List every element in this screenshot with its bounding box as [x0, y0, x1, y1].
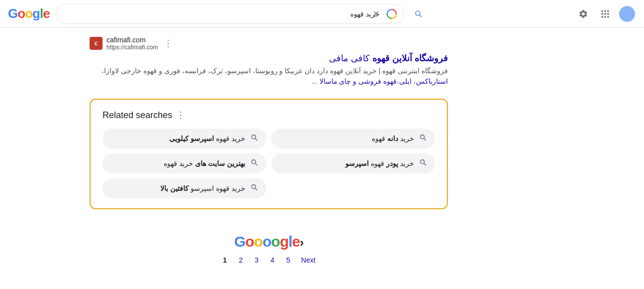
account-button[interactable]: [618, 5, 636, 23]
google-logo: Google: [8, 6, 50, 21]
gear-icon: [578, 9, 588, 19]
search-bar-wrapper: ✕: [56, 4, 404, 24]
search-magnifier-icon: [414, 9, 423, 18]
page-2[interactable]: 2: [234, 254, 248, 266]
related-searches-box: Related searches ⋮ خرید قهوه اسپرسو کیلو…: [90, 99, 448, 209]
top-bar: Google ✕: [0, 0, 644, 28]
svg-line-15: [424, 139, 426, 140]
favicon: c: [90, 37, 103, 50]
search-input[interactable]: [56, 4, 404, 24]
svg-rect-6: [602, 13, 603, 14]
related-searches-title: Related searches: [103, 110, 172, 121]
svg-rect-9: [602, 16, 603, 17]
related-item-4-text: خرید پودر قهوه اسپرسو: [345, 159, 414, 167]
related-item-2-text: خرید دانه قهوه: [372, 135, 414, 143]
search-icon-3: [250, 158, 258, 168]
page-3[interactable]: 3: [250, 254, 264, 266]
related-item-2[interactable]: خرید دانه قهوه: [271, 129, 435, 148]
result-title[interactable]: فروشگاه آنلاین قهوه کافی مافی: [90, 53, 448, 64]
search-result: c cafimafi.com https://cafimafi.com ⋮ فر…: [90, 36, 448, 87]
related-item-3-text: بهترین سایت های خرید قهوه: [164, 159, 245, 167]
search-icon-2: [419, 134, 427, 144]
svg-line-13: [255, 139, 257, 140]
search-button[interactable]: [414, 9, 423, 18]
grid-icon: [600, 9, 610, 19]
page-4[interactable]: 4: [266, 254, 280, 266]
page-5[interactable]: 5: [281, 254, 295, 266]
svg-line-17: [255, 163, 257, 165]
svg-line-19: [424, 163, 426, 165]
search-icon-4: [419, 158, 427, 168]
desc-link-illy[interactable]: ایلی: [399, 77, 412, 85]
search-icon-1: [250, 134, 258, 144]
svg-rect-3: [602, 10, 603, 11]
svg-rect-11: [607, 16, 609, 17]
related-searches-grid: خرید قهوه اسپرسو کیلویی خرید دانه قهوه ب…: [103, 129, 435, 198]
related-searches-header: Related searches ⋮: [103, 110, 435, 121]
svg-line-2: [420, 15, 422, 17]
main-content: c cafimafi.com https://cafimafi.com ⋮ فر…: [0, 28, 448, 282]
pagination-logo: Goooogle›: [234, 233, 303, 250]
result-domain: cafimafi.com: [107, 36, 158, 44]
pagination-area: Goooogle› 1 2 3 4 5 Next: [90, 225, 448, 282]
svg-point-1: [416, 11, 420, 15]
related-item-5-text: خرید قهوه اسپرسو کافئین بالا: [160, 184, 245, 192]
apps-button[interactable]: [596, 5, 614, 23]
svg-rect-4: [604, 10, 606, 11]
related-item-1-text: خرید قهوه اسپرسو کیلویی: [169, 135, 245, 143]
result-domain-url: cafimafi.com https://cafimafi.com: [107, 36, 158, 51]
title-bold: فروشگاه آنلاین قهوه: [370, 53, 448, 63]
pagination-numbers: 1 2 3 4 5 Next: [218, 254, 320, 266]
result-url: https://cafimafi.com: [107, 44, 158, 51]
settings-button[interactable]: [574, 5, 592, 23]
svg-line-21: [255, 188, 257, 190]
svg-rect-10: [604, 16, 606, 17]
result-description: فروشگاه اینترنتی قهوه | خرید آنلاین قهوه…: [90, 66, 448, 87]
desc-link-starbucks[interactable]: استارباکس: [416, 77, 448, 85]
top-bar-right: [574, 5, 636, 23]
search-icon-5: [250, 183, 258, 193]
related-menu-button[interactable]: ⋮: [176, 110, 185, 121]
title-normal: کافی مافی: [329, 53, 370, 63]
related-item-5[interactable]: خرید قهوه اسپرسو کافئین بالا: [103, 178, 266, 198]
result-source: c cafimafi.com https://cafimafi.com ⋮: [90, 36, 448, 51]
clear-search-button[interactable]: ✕: [370, 8, 382, 20]
svg-rect-5: [607, 10, 609, 11]
lens-icon: [386, 8, 397, 19]
related-item-4[interactable]: خرید پودر قهوه اسپرسو: [271, 153, 435, 173]
svg-rect-7: [604, 13, 606, 14]
avatar: [619, 6, 635, 22]
next-button[interactable]: Next: [297, 254, 320, 266]
related-item-3[interactable]: بهترین سایت های خرید قهوه: [103, 153, 266, 173]
lens-search-button[interactable]: [386, 8, 397, 19]
related-item-1[interactable]: خرید قهوه اسپرسو کیلویی: [103, 129, 266, 148]
result-menu-button[interactable]: ⋮: [164, 38, 173, 49]
svg-rect-8: [607, 13, 609, 14]
page-1[interactable]: 1: [218, 254, 232, 266]
desc-link-coffee[interactable]: قهوه فروشی و چای ماسالا: [320, 77, 397, 85]
